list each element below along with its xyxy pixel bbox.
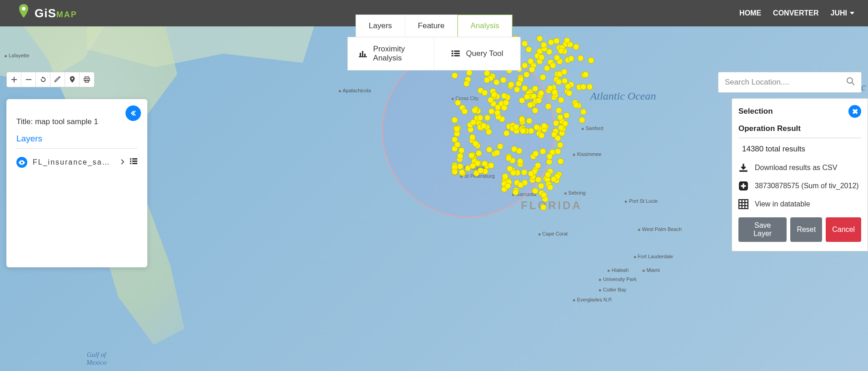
svg-rect-6 [454, 50, 460, 52]
close-selection-button[interactable]: ✖ [848, 105, 861, 118]
map-canvas[interactable]: Atlantic Ocean Atlantic Oce Gulf of Mexi… [0, 26, 868, 371]
button-row: Save Layer Reset Cancel [738, 217, 861, 242]
selection-title: Selection [738, 107, 773, 116]
data-point [519, 116, 525, 123]
chevron-right-icon[interactable] [121, 158, 125, 166]
data-point [568, 55, 574, 62]
svg-point-0 [22, 7, 25, 10]
data-point [477, 167, 484, 174]
search-icon[interactable] [847, 77, 855, 87]
subtab-query[interactable]: Query Tool [434, 37, 520, 70]
view-datatable-label: View in datatable [755, 200, 810, 208]
data-point [452, 117, 458, 123]
refresh-button[interactable] [36, 72, 50, 87]
tab-layers[interactable]: Layers [356, 15, 405, 37]
cancel-button[interactable]: Cancel [826, 217, 861, 242]
data-point [462, 108, 468, 115]
svg-point-12 [71, 78, 73, 80]
layers-panel: Title: map tool sample 1 Layers FL_insur… [6, 99, 147, 267]
search-box [718, 72, 862, 93]
data-point [566, 90, 572, 96]
data-point [526, 46, 532, 53]
svg-rect-19 [130, 160, 131, 162]
layer-options-button[interactable] [130, 158, 137, 166]
data-point [452, 169, 458, 175]
svg-rect-14 [84, 78, 90, 80]
data-point [468, 152, 475, 159]
data-point [532, 150, 539, 157]
panel-section-layers: Layers [16, 134, 137, 149]
ocean-label: Atlantic Ocean [590, 90, 656, 102]
table-icon [738, 199, 748, 209]
data-point [532, 85, 538, 92]
tab-analysis[interactable]: Analysis [457, 15, 512, 37]
svg-rect-8 [454, 53, 460, 54]
operation-result-title: Operation Result [738, 124, 861, 138]
data-point [522, 62, 528, 69]
primary-tabs: Layers Feature Analysis [356, 15, 512, 37]
nav-converter[interactable]: CONVERTER [773, 9, 818, 17]
data-point [588, 57, 594, 64]
nav-user-name: JUHI [831, 9, 847, 17]
data-point [500, 77, 507, 83]
svg-rect-1 [359, 56, 367, 57]
print-button[interactable] [80, 72, 94, 87]
layer-name: FL_insurance_sample… [33, 158, 115, 166]
zoom-out-button[interactable] [21, 72, 36, 87]
data-point [579, 117, 585, 123]
view-datatable-button[interactable]: View in datatable [738, 199, 861, 209]
svg-rect-15 [85, 80, 89, 82]
data-point [482, 90, 488, 96]
data-point [545, 103, 552, 110]
svg-rect-2 [360, 53, 361, 56]
data-point [540, 148, 546, 155]
data-point [526, 118, 532, 124]
logo-g: G [35, 6, 44, 20]
logo-map: MAP [56, 10, 77, 19]
subtab-proximity[interactable]: Proximity Analysis [348, 37, 434, 70]
data-point [540, 74, 546, 80]
subtab-query-label: Query Tool [466, 49, 503, 58]
logo[interactable]: GiSMAP [18, 4, 77, 22]
data-point [502, 173, 508, 180]
zoom-in-button[interactable] [7, 72, 21, 87]
city-cutlerbay: Cutler Bay [599, 287, 626, 292]
marker-button[interactable] [65, 72, 80, 87]
reset-button[interactable]: Reset [790, 217, 822, 242]
toggle-visibility-button[interactable] [16, 157, 27, 168]
data-point [535, 176, 542, 183]
svg-rect-17 [130, 158, 131, 160]
data-point [455, 100, 461, 106]
measure-button[interactable] [50, 72, 65, 87]
nav-home[interactable]: HOME [739, 9, 761, 17]
analysis-subtabs: Proximity Analysis Query Tool [347, 37, 521, 70]
data-point [494, 110, 501, 116]
collapse-panel-button[interactable] [125, 105, 141, 121]
data-point [532, 188, 538, 194]
data-point [557, 142, 563, 148]
tab-feature[interactable]: Feature [405, 15, 458, 37]
data-point [546, 49, 552, 55]
download-csv-button[interactable]: Download results as CSV [738, 163, 861, 173]
data-point [487, 97, 494, 103]
save-layer-button[interactable]: Save Layer [738, 217, 787, 242]
plus-box-icon [738, 181, 748, 191]
data-point [484, 115, 491, 121]
search-input[interactable] [725, 78, 847, 87]
data-point [527, 102, 533, 108]
nav-user-menu[interactable]: JUHI [831, 9, 854, 17]
data-point [538, 132, 545, 139]
data-point [477, 115, 483, 121]
data-point [577, 55, 584, 61]
data-point [556, 107, 562, 114]
data-point [561, 69, 567, 75]
data-point [497, 143, 503, 150]
download-icon [738, 163, 748, 173]
data-point [580, 84, 587, 90]
data-point [532, 107, 538, 114]
svg-rect-27 [739, 200, 748, 209]
data-point [558, 97, 564, 103]
sum-value: 38730878575 (Sum of tiv_2012) [755, 182, 859, 190]
svg-rect-11 [25, 79, 31, 80]
data-point [529, 66, 535, 73]
